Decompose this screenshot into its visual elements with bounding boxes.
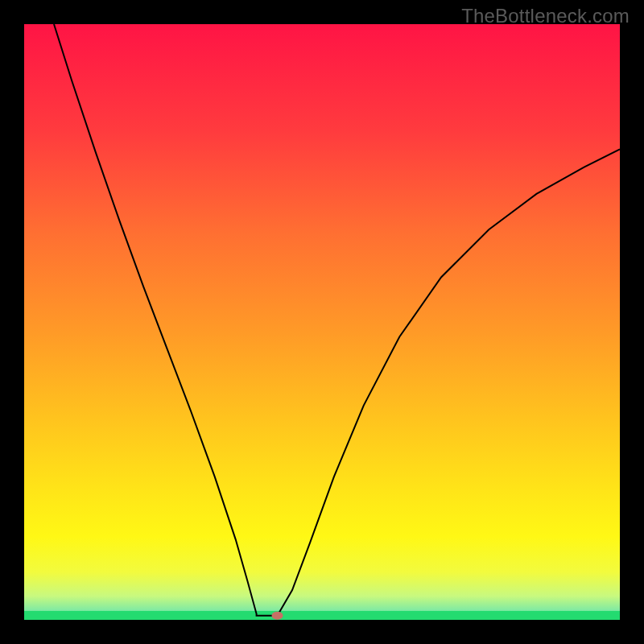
optimum-marker bbox=[272, 612, 283, 620]
plot-area bbox=[24, 24, 620, 620]
green-bottom-band bbox=[24, 611, 620, 620]
svg-rect-0 bbox=[24, 611, 620, 620]
chart-svg bbox=[24, 24, 620, 620]
chart-container: TheBottleneck.com bbox=[0, 0, 644, 644]
gradient-background bbox=[24, 24, 620, 620]
